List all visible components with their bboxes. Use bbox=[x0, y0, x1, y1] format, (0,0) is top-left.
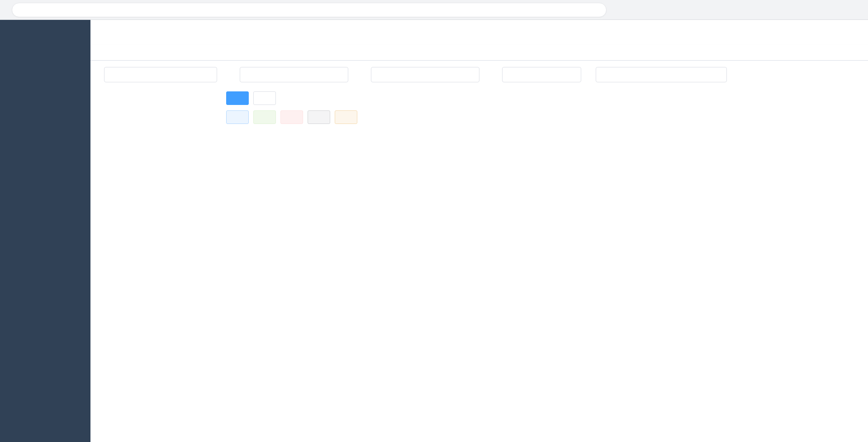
export-button[interactable] bbox=[335, 110, 357, 124]
search-button[interactable] bbox=[226, 91, 249, 105]
filter-row bbox=[104, 67, 862, 82]
app-logo[interactable] bbox=[0, 20, 90, 43]
refresh-icon bbox=[260, 95, 266, 101]
search-icon bbox=[110, 71, 116, 78]
address-bar[interactable] bbox=[12, 3, 607, 17]
plus-icon bbox=[233, 114, 239, 120]
tag-view-bar bbox=[90, 44, 868, 61]
delete-button[interactable] bbox=[280, 110, 303, 124]
app-header bbox=[90, 20, 868, 44]
chevron-down-icon bbox=[569, 71, 575, 78]
edit-icon bbox=[260, 114, 266, 120]
chevron-down-icon[interactable] bbox=[855, 30, 860, 35]
status-select[interactable] bbox=[502, 67, 581, 82]
add-button[interactable] bbox=[226, 110, 249, 124]
upload-icon bbox=[314, 114, 321, 120]
calendar-icon bbox=[651, 71, 658, 78]
date-range-picker[interactable] bbox=[596, 67, 727, 82]
import-button[interactable] bbox=[308, 110, 330, 124]
trash-icon bbox=[287, 114, 294, 120]
download-icon bbox=[342, 114, 348, 120]
dept-tree bbox=[104, 91, 226, 147]
phone-input[interactable] bbox=[371, 67, 479, 82]
search-icon bbox=[233, 95, 239, 101]
modify-button[interactable] bbox=[253, 110, 276, 124]
browser-chrome bbox=[0, 0, 868, 20]
dept-search-input[interactable] bbox=[104, 67, 217, 82]
username-input[interactable] bbox=[240, 67, 348, 82]
sidebar bbox=[0, 20, 90, 442]
page-content bbox=[90, 61, 868, 442]
menu-fold-icon[interactable] bbox=[99, 28, 108, 37]
reset-button[interactable] bbox=[253, 91, 276, 105]
